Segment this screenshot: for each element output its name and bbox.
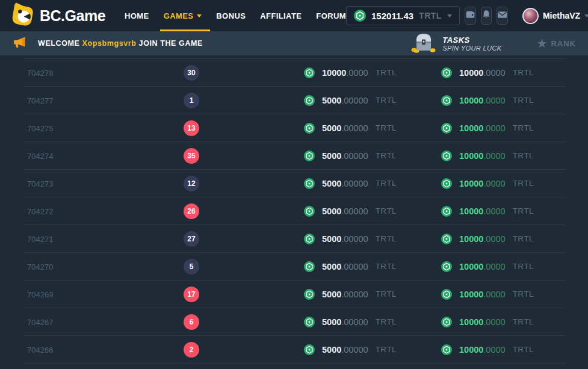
currency-label: TRTL bbox=[376, 68, 397, 77]
user-menu[interactable]: MiethaVZ bbox=[522, 8, 588, 24]
tasks-subtitle: SPIN YOUR LUCK bbox=[442, 45, 501, 52]
currency-label: TRTL bbox=[513, 345, 534, 354]
trtl-coin-icon bbox=[304, 261, 315, 272]
payout-amount: 10000.0000 TRTL bbox=[441, 150, 534, 161]
result-number-badge: 35 bbox=[184, 148, 199, 164]
payout-amount: 10000.0000 TRTL bbox=[441, 261, 534, 272]
trtl-coin-icon bbox=[441, 261, 452, 272]
table-row[interactable]: 704266 2 5000.00000 TRTL 10000.00 bbox=[24, 335, 566, 363]
trtl-coin-icon bbox=[441, 289, 452, 300]
messages-button[interactable] bbox=[497, 7, 508, 25]
rank-label: RANK bbox=[551, 39, 576, 48]
trtl-coin-icon bbox=[304, 289, 315, 300]
table-row[interactable]: 704270 5 5000.00000 TRTL 10000.00 bbox=[24, 252, 566, 280]
currency-label: TRTL bbox=[376, 345, 397, 354]
trtl-coin-icon bbox=[304, 95, 315, 106]
top-header: BC.Game HOME GAMES BONUS AFFILIATE FORUM… bbox=[0, 0, 588, 31]
nav-forum[interactable]: FORUM bbox=[316, 0, 346, 31]
result-number-badge: 12 bbox=[184, 176, 199, 191]
table-row[interactable]: 704267 6 5000.00000 TRTL 10000.00 bbox=[24, 308, 566, 335]
nav-games[interactable]: GAMES bbox=[164, 0, 202, 31]
table-row[interactable]: 704274 35 5000.00000 TRTL 10000.0 bbox=[24, 141, 566, 169]
result-number-badge: 27 bbox=[184, 231, 199, 247]
currency-label: TRTL bbox=[376, 96, 397, 105]
game-id: 704275 bbox=[27, 123, 53, 132]
trtl-coin-icon bbox=[441, 206, 452, 217]
currency-label: TRTL bbox=[376, 234, 397, 243]
trtl-coin-icon bbox=[441, 317, 452, 327]
trtl-coin-icon bbox=[441, 123, 452, 134]
currency-label: TRTL bbox=[513, 262, 534, 271]
bcgame-logo[interactable]: BC.Game bbox=[11, 2, 105, 29]
nav-home[interactable]: HOME bbox=[125, 0, 149, 31]
table-row[interactable]: 704275 13 5000.00000 TRTL 10000.0 bbox=[24, 114, 566, 141]
star-icon: ★ bbox=[537, 37, 548, 49]
currency-label: TRTL bbox=[376, 262, 397, 271]
nav-bonus[interactable]: BONUS bbox=[216, 0, 246, 31]
table-row[interactable]: 704269 17 5000.00000 TRTL 10000.0 bbox=[24, 280, 566, 308]
bet-amount: 5000.00000 TRTL bbox=[304, 234, 397, 244]
wallet-button[interactable] bbox=[465, 7, 476, 25]
result-number-badge: 13 bbox=[184, 120, 199, 136]
result-number-badge: 1 bbox=[184, 93, 199, 108]
avatar bbox=[522, 8, 539, 24]
trtl-coin-icon bbox=[304, 344, 315, 355]
currency-label: TRTL bbox=[513, 123, 534, 132]
payout-amount: 10000.0000 TRTL bbox=[441, 123, 534, 134]
game-id: 704267 bbox=[27, 317, 53, 326]
rank-widget[interactable]: ★ RANK bbox=[537, 37, 577, 49]
announcement-banner: WELCOME Xopsbmgsvrb JOIN THE GAME TASKS … bbox=[0, 31, 588, 55]
result-number-badge: 2 bbox=[184, 342, 199, 358]
table-row[interactable]: 704272 26 5000.00000 TRTL 10000.0 bbox=[24, 197, 566, 225]
bet-amount: 5000.00000 TRTL bbox=[304, 344, 397, 355]
chevron-down-icon bbox=[197, 14, 202, 17]
tasks-widget[interactable]: TASKS SPIN YOUR LUCK bbox=[410, 31, 501, 55]
bet-amount: 5000.00000 TRTL bbox=[304, 289, 397, 300]
trtl-coin-icon bbox=[441, 67, 452, 78]
trtl-coin-icon bbox=[304, 67, 315, 78]
payout-amount: 10000.0000 TRTL bbox=[441, 67, 534, 78]
table-row[interactable]: 704277 1 5000.00000 TRTL 10000.00 bbox=[24, 86, 566, 114]
trtl-coin-icon bbox=[304, 206, 315, 217]
treasure-chest-icon bbox=[410, 31, 436, 55]
payout-amount: 10000.0000 TRTL bbox=[441, 178, 534, 189]
payout-amount: 10000.0000 TRTL bbox=[441, 234, 534, 244]
currency-label: TRTL bbox=[513, 151, 534, 160]
currency-label: TRTL bbox=[513, 290, 534, 299]
game-id: 704274 bbox=[27, 151, 53, 160]
bet-amount: 5000.00000 TRTL bbox=[304, 206, 397, 217]
currency-label: TRTL bbox=[376, 290, 397, 299]
main-nav: HOME GAMES BONUS AFFILIATE FORUM bbox=[125, 0, 346, 31]
currency-label: TRTL bbox=[513, 68, 534, 77]
bet-amount: 5000.00000 TRTL bbox=[304, 123, 397, 134]
trtl-coin-icon bbox=[304, 123, 315, 134]
currency-label: TRTL bbox=[513, 317, 534, 326]
balance-currency: TRTL bbox=[419, 11, 442, 20]
currency-label: TRTL bbox=[376, 317, 397, 326]
tasks-text: TASKS SPIN YOUR LUCK bbox=[442, 36, 501, 52]
mail-icon bbox=[497, 10, 507, 22]
result-number-badge: 5 bbox=[184, 259, 199, 274]
result-number-badge: 30 bbox=[184, 65, 199, 81]
table-row[interactable]: 704271 27 5000.00000 TRTL 10000.0 bbox=[24, 225, 566, 252]
wallet-icon bbox=[465, 10, 475, 22]
nav-affiliate[interactable]: AFFILIATE bbox=[260, 0, 302, 31]
notifications-button[interactable] bbox=[481, 7, 492, 25]
trtl-coin-icon bbox=[441, 95, 452, 106]
currency-label: TRTL bbox=[513, 179, 534, 188]
game-id: 704272 bbox=[27, 206, 53, 216]
currency-label: TRTL bbox=[513, 96, 534, 105]
trtl-coin-icon bbox=[304, 150, 315, 161]
payout-amount: 10000.0000 TRTL bbox=[441, 95, 534, 106]
result-number-badge: 26 bbox=[184, 203, 199, 219]
bet-amount: 10000.0000 TRTL bbox=[304, 67, 397, 78]
welcomed-username: Xopsbmgsvrb bbox=[82, 39, 137, 48]
chevron-down-icon bbox=[447, 14, 452, 17]
game-id: 704270 bbox=[27, 262, 53, 271]
trtl-coin-icon bbox=[354, 10, 366, 22]
game-id: 704273 bbox=[27, 179, 53, 188]
table-row[interactable]: 704278 30 10000.0000 TRTL 10000.0 bbox=[24, 58, 566, 86]
table-row[interactable]: 704273 12 5000.00000 TRTL 10000.0 bbox=[24, 169, 566, 197]
balance-selector[interactable]: 152011.43 TRTL bbox=[346, 6, 460, 25]
megaphone-icon bbox=[12, 35, 27, 52]
